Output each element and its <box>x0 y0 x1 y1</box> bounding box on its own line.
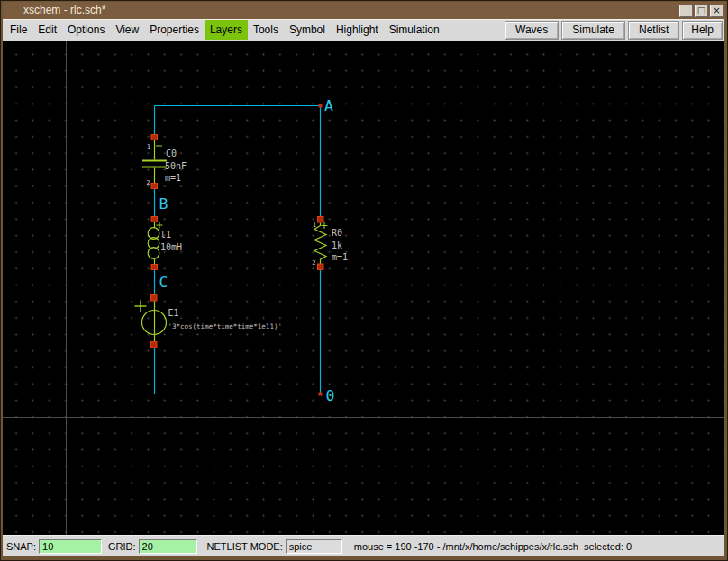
menu-item-layers[interactable]: Layers <box>205 20 248 40</box>
netlist-button[interactable]: Netlist <box>628 21 679 40</box>
plus-polarity-icon <box>157 222 163 229</box>
menu-item-tools[interactable]: Tools <box>248 20 284 40</box>
component-value-label[interactable]: '3*cos(time*time*time*1e11)' <box>168 322 282 330</box>
menu-item-highlight[interactable]: Highlight <box>331 20 384 40</box>
plus-polarity-icon <box>156 143 162 149</box>
mouse-status-text: mouse = 190 -170 - /mnt/x/home/schippes/… <box>354 541 632 552</box>
pin-square-icon[interactable] <box>151 135 158 140</box>
schematic-canvas[interactable]: 1 2 C0 50nF m=1 <box>3 41 724 535</box>
component-name-label[interactable]: C0 <box>166 149 177 158</box>
pin-square-icon[interactable] <box>318 217 324 223</box>
menu-item-edit[interactable]: Edit <box>32 20 62 40</box>
pin-square-icon[interactable] <box>151 184 158 189</box>
plus-polarity-icon <box>322 222 328 229</box>
menu-bar: File Edit Options View Properties Layers… <box>3 19 724 41</box>
minimize-button[interactable]: _ <box>679 5 693 17</box>
menu-item-properties[interactable]: Properties <box>144 20 205 40</box>
pin-number: 2 <box>147 179 150 186</box>
menu-item-options[interactable]: Options <box>62 20 110 40</box>
xschem-window: xschem - rlc.sch* _ □ × File Edit Option… <box>0 0 728 561</box>
net-label-c[interactable]: C <box>159 274 168 291</box>
net-label-a[interactable]: A <box>324 97 333 114</box>
component-name-label[interactable]: l1 <box>160 230 171 240</box>
component-value-label[interactable]: 50nF <box>165 161 187 171</box>
component-name-label[interactable]: E1 <box>168 308 179 318</box>
wire-endpoint-marker-0 <box>319 393 323 396</box>
title-bar[interactable]: xschem - rlc.sch* _ □ × <box>3 2 725 19</box>
menu-item-simulation[interactable]: Simulation <box>384 20 445 40</box>
pin-square-icon[interactable] <box>151 295 158 302</box>
vsource-e1[interactable]: E1 '3*cos(time*time*time*1e11)' <box>135 295 282 348</box>
plus-polarity-icon <box>135 301 147 312</box>
menu-item-view[interactable]: View <box>110 20 144 40</box>
capacitor-c0[interactable]: 1 2 C0 50nF m=1 <box>142 135 187 189</box>
waves-button[interactable]: Waves <box>505 21 559 40</box>
component-extra-label[interactable]: m=1 <box>332 252 348 262</box>
rlc-schematic-drawing: 1 2 C0 50nF m=1 <box>3 41 724 535</box>
component-value-label[interactable]: 1k <box>332 240 342 250</box>
help-button[interactable]: Help <box>682 21 723 40</box>
pin-square-icon[interactable] <box>151 265 158 270</box>
pin-square-icon[interactable] <box>151 217 158 222</box>
component-name-label[interactable]: R0 <box>332 228 342 238</box>
component-extra-label[interactable]: m=1 <box>165 173 181 183</box>
simulate-button[interactable]: Simulate <box>561 21 625 40</box>
net-label-0[interactable]: 0 <box>326 387 335 404</box>
snap-label: SNAP: <box>6 541 36 552</box>
wire-endpoint-marker-a <box>319 104 323 108</box>
close-button[interactable]: × <box>710 5 723 17</box>
inductor-l1[interactable]: l1 10mH <box>148 217 182 270</box>
pin-square-icon[interactable] <box>318 264 324 270</box>
pin-number: 1 <box>313 222 316 229</box>
netlist-mode-input[interactable] <box>286 539 342 554</box>
pin-square-icon[interactable] <box>151 342 158 348</box>
grid-input[interactable] <box>139 539 197 554</box>
grid-label: GRID: <box>108 541 136 552</box>
resistor-r0[interactable]: 1 2 R0 1k m=1 <box>313 217 348 270</box>
maximize-button[interactable]: □ <box>695 5 708 17</box>
pin-number: 1 <box>147 143 150 150</box>
component-value-label[interactable]: 10mH <box>160 242 182 252</box>
net-labels: A B C 0 <box>159 97 335 404</box>
window-title: xschem - rlc.sch* <box>23 4 105 16</box>
netlist-mode-label: NETLIST MODE: <box>207 541 283 552</box>
snap-input[interactable] <box>39 539 102 554</box>
menu-item-file[interactable]: File <box>5 20 32 40</box>
window-controls: _ □ × <box>679 5 723 17</box>
menu-item-symbol[interactable]: Symbol <box>284 20 331 40</box>
pin-number: 2 <box>313 259 316 267</box>
net-label-b[interactable]: B <box>159 195 168 213</box>
status-bar: SNAP: GRID: NETLIST MODE: mouse = 190 -1… <box>3 535 724 556</box>
